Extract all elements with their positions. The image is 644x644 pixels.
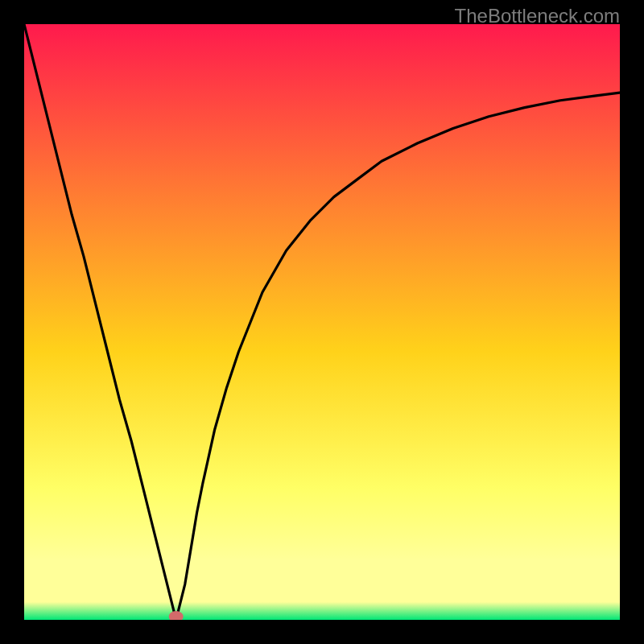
plot-area: [24, 24, 620, 620]
chart-frame: TheBottleneck.com: [0, 0, 644, 644]
gradient-background: [24, 24, 620, 620]
attribution-text: TheBottleneck.com: [455, 5, 620, 27]
chart-svg: [24, 24, 620, 620]
